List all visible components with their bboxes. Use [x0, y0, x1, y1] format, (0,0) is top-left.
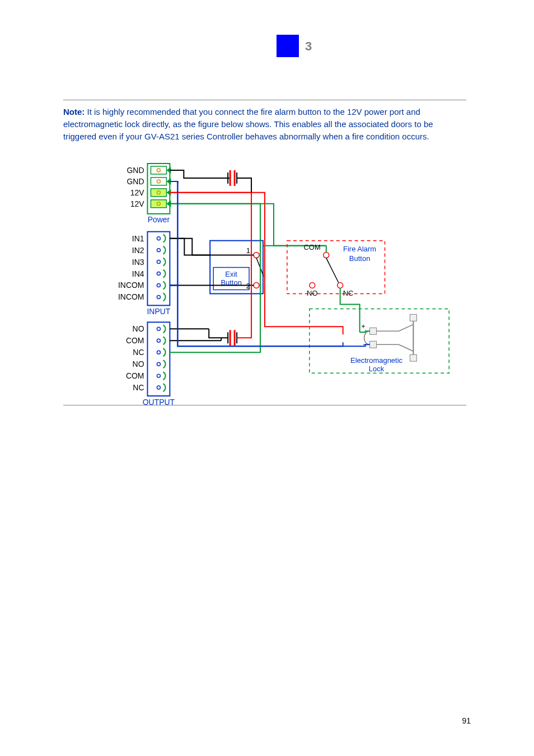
- power-pin-gnd2: GND: [127, 177, 144, 186]
- svg-point-40: [310, 282, 315, 288]
- svg-rect-48: [370, 341, 377, 348]
- header-square: [277, 35, 299, 57]
- svg-line-52: [399, 344, 413, 351]
- svg-rect-44: [410, 314, 416, 321]
- input-pin-incom1: INCOM: [118, 281, 144, 290]
- power-pin-gnd1: GND: [127, 166, 144, 175]
- output-pin-nc2: NC: [133, 383, 144, 392]
- svg-line-51: [399, 324, 413, 331]
- power-pin-12v2: 12V: [130, 199, 145, 208]
- svg-rect-20: [147, 322, 170, 396]
- input-pin-in3: IN3: [132, 258, 144, 267]
- power-pin-12v1: 12V: [130, 188, 145, 197]
- svg-point-41: [338, 282, 343, 288]
- input-pin-in2: IN2: [132, 246, 144, 255]
- note-body: It is highly recommended that you connec…: [63, 107, 433, 141]
- power-label: Power: [148, 215, 170, 224]
- exit-button-node-2: 2: [246, 282, 250, 290]
- lock-label-bottom: Lock: [369, 365, 385, 373]
- svg-rect-47: [370, 328, 377, 334]
- svg-rect-45: [410, 354, 416, 361]
- svg-point-34: [254, 253, 259, 258]
- output-pin-nc1: NC: [133, 348, 144, 357]
- exit-button-label-top: Exit: [225, 270, 237, 278]
- svg-point-35: [254, 282, 259, 288]
- svg-rect-4: [151, 200, 166, 208]
- page-number: 91: [462, 716, 471, 725]
- fire-alarm-label-top: Fire Alarm: [343, 245, 376, 253]
- note-label: Note:: [63, 107, 85, 116]
- svg-point-39: [324, 253, 329, 258]
- lock-plus: +: [362, 323, 366, 330]
- fire-alarm-com: COM: [304, 243, 321, 251]
- header-chapter-number: 3: [305, 39, 312, 54]
- svg-rect-1: [151, 166, 166, 174]
- input-pin-in4: IN4: [132, 269, 144, 278]
- lock-label-top: Electromagnetic: [350, 356, 403, 365]
- output-pin-no2: NO: [133, 360, 144, 368]
- svg-rect-2: [151, 178, 166, 185]
- input-label: INPUT: [147, 307, 170, 316]
- output-pin-com1: COM: [126, 336, 144, 345]
- fire-alarm-label-bottom: Button: [349, 254, 371, 263]
- fire-alarm-nc: NC: [343, 289, 354, 297]
- svg-rect-3: [151, 189, 166, 197]
- svg-rect-13: [147, 232, 170, 306]
- output-pin-no1: NO: [133, 324, 144, 333]
- exit-button-node-1: 1: [246, 246, 250, 255]
- input-pin-incom2: INCOM: [118, 292, 144, 301]
- wiring-diagram: GND GND 12V 12V Power IN1 IN2 IN3 IN4 IN…: [63, 159, 466, 405]
- note-block: Note: It is highly recommended that you …: [63, 100, 466, 143]
- output-label: OUTPUT: [143, 398, 175, 405]
- input-pin-in1: IN1: [132, 234, 144, 243]
- output-pin-com2: COM: [126, 371, 144, 380]
- fire-alarm-no: NO: [307, 289, 317, 297]
